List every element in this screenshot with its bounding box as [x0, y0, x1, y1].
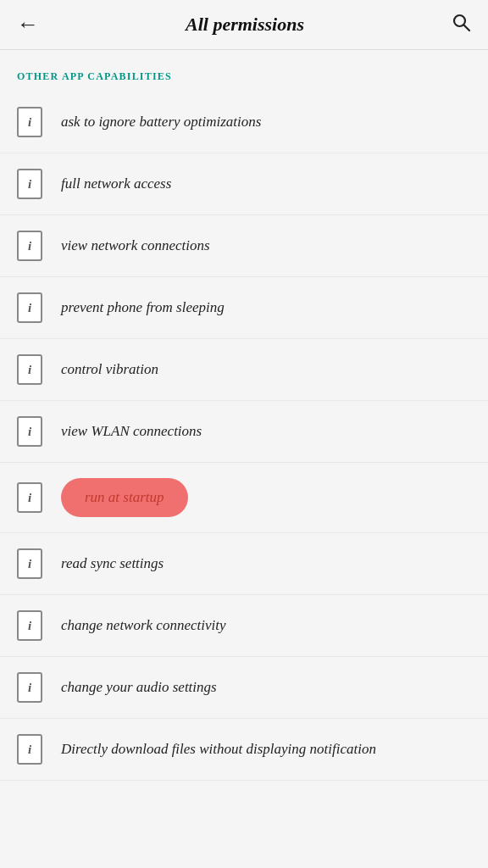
search-icon [451, 12, 471, 32]
back-button[interactable]: ← [17, 14, 39, 36]
list-item[interactable]: change network connectivity [0, 595, 488, 657]
page-title: All permissions [186, 14, 304, 36]
list-item[interactable]: view network connections [0, 215, 488, 277]
info-icon [17, 231, 42, 261]
info-icon [17, 354, 42, 385]
list-item[interactable]: read sync settings [0, 533, 488, 595]
list-item[interactable]: run at startup [0, 463, 488, 533]
info-icon [17, 107, 42, 137]
permission-text-sync: read sync settings [61, 554, 164, 573]
list-item[interactable]: full network access [0, 153, 488, 215]
permission-text-audio: change your audio settings [61, 678, 217, 697]
permission-list: ask to ignore battery optimizationsfull … [0, 92, 488, 781]
list-item[interactable]: control vibration [0, 339, 488, 401]
search-button[interactable] [451, 12, 471, 37]
info-icon [17, 672, 42, 703]
list-item[interactable]: view WLAN connections [0, 401, 488, 463]
info-icon [17, 292, 42, 323]
svg-line-1 [463, 25, 469, 31]
permission-text-vibration: control vibration [61, 360, 158, 379]
info-icon [17, 416, 42, 447]
info-icon [17, 734, 42, 765]
list-item[interactable]: prevent phone from sleeping [0, 277, 488, 339]
info-icon [17, 548, 42, 579]
info-icon [17, 482, 42, 513]
info-icon [17, 169, 42, 199]
permission-text-network: full network access [61, 175, 171, 193]
list-item[interactable]: change your audio settings [0, 657, 488, 719]
permission-text-connectivity: change network connectivity [61, 616, 225, 635]
section-label: OTHER APP CAPABILITIES [0, 50, 488, 92]
permission-text-sleep: prevent phone from sleeping [61, 298, 225, 317]
permission-text-view-network: view network connections [61, 236, 210, 255]
info-icon [17, 610, 42, 641]
header: ← All permissions [0, 0, 488, 50]
permission-text-download: Directly download files without displayi… [61, 740, 376, 759]
list-item[interactable]: Directly download files without displayi… [0, 719, 488, 781]
permission-text-wlan: view WLAN connections [61, 422, 202, 441]
list-item[interactable]: ask to ignore battery optimizations [0, 92, 488, 153]
permission-text-startup: run at startup [61, 478, 188, 517]
permission-text-battery: ask to ignore battery optimizations [61, 113, 261, 131]
